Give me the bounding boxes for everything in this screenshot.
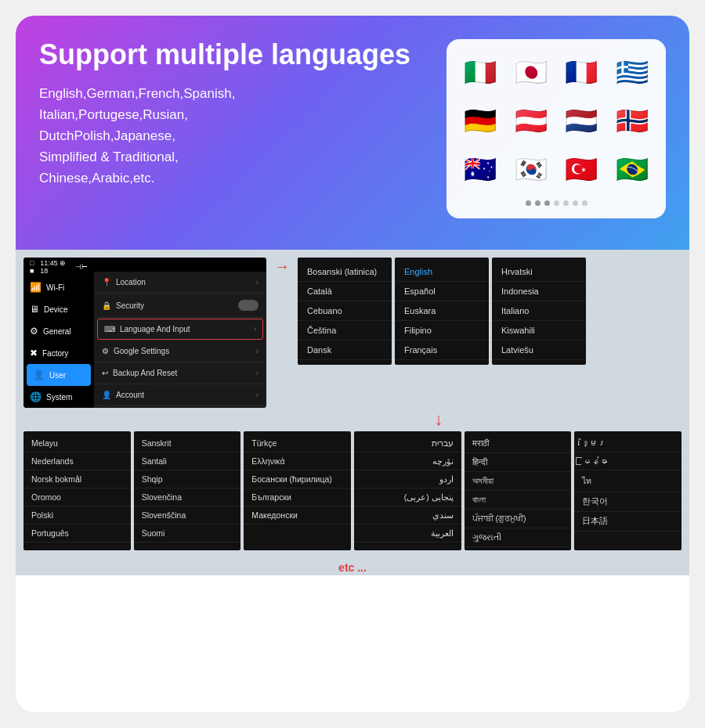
lang-item[interactable]: 日本語 (574, 512, 682, 532)
lang-item[interactable]: Shqip (134, 470, 241, 488)
sidebar-device[interactable]: 🖥 Device (24, 298, 94, 320)
sidebar-system[interactable]: 🌐 System (24, 386, 94, 408)
lang-item[interactable]: Italiano (492, 301, 586, 321)
lang-item[interactable]: Norsk bokmål (24, 470, 131, 488)
lang-item[interactable]: ਪੰਜਾਬੀ (ਗੁਰਮੁਖੀ) (465, 510, 572, 528)
settings-main-area: 📍 Location › 🔒 Security (94, 258, 266, 408)
location-arrow: › (256, 278, 258, 287)
lang-item[interactable]: Slovenčina (134, 488, 241, 506)
lang-item[interactable]: Slovenščina (134, 506, 241, 524)
lang-item[interactable]: Suomi (134, 524, 241, 542)
lang-item[interactable]: Indonesia (492, 282, 586, 301)
dot-1 (526, 200, 531, 206)
lang-item[interactable]: Türkçe (244, 434, 351, 452)
lang-item[interactable]: ไท (574, 470, 682, 492)
lang-item[interactable]: سندي (354, 506, 461, 524)
lang-item[interactable]: हिन्दी (465, 453, 572, 472)
dot-6 (573, 200, 578, 206)
lang-col-bottom-3: Türkçe Ελληνικά Босански (ћирилица) Бълг… (244, 431, 351, 550)
lang-item[interactable]: ગુજરાતી (465, 528, 572, 547)
flags-card: 🇮🇹 🇯🇵 🇫🇷 🇬🇷 🇩🇪 🇦🇹 🇳🇱 🇳🇴 🇦🇺 🇰🇷 🇹🇷 🇧🇷 (446, 39, 666, 218)
lang-item[interactable]: Čeština (298, 321, 392, 341)
dot-3 (544, 200, 550, 206)
lang-item[interactable]: Hrvatski (492, 262, 586, 282)
languages-description: English,German,French,Spanish, Italian,P… (39, 83, 431, 189)
lang-item[interactable]: Euskara (395, 301, 489, 321)
flag-brazil: 🇧🇷 (612, 149, 653, 189)
settings-account-row[interactable]: 👤 Account › (94, 384, 266, 406)
lang-item[interactable]: မြန်မာ (574, 452, 682, 470)
lang-item[interactable]: نۆرچه‌ (354, 452, 461, 470)
lang-item[interactable]: Kiswahili (492, 321, 586, 341)
lang-col-1: Bosanski (latinica) Català Cebuano Češti… (298, 258, 392, 365)
lang-item[interactable]: ខ្មែរ (574, 434, 682, 452)
lang-item[interactable]: অসমীয়া (465, 472, 572, 491)
lang-item[interactable]: Nederlands (24, 452, 131, 470)
lang-item[interactable]: Català (298, 282, 392, 301)
lang-item[interactable]: Bosanski (latinica) (298, 262, 392, 282)
sidebar-wifi[interactable]: 📶 Wi-Fi (24, 276, 94, 298)
settings-location-row[interactable]: 📍 Location › (94, 272, 266, 294)
lang-item[interactable]: Filipino (395, 321, 489, 341)
sidebar-factory[interactable]: ✖ Factory (24, 342, 94, 364)
device-icon: 🖥 (30, 304, 39, 315)
flag-france: 🇫🇷 (561, 52, 602, 92)
lang-item[interactable]: עברית (354, 434, 461, 452)
language-label: Language And Input (120, 325, 190, 333)
lang-item[interactable]: Latviešu (492, 341, 586, 360)
lang-item[interactable]: Polski (24, 506, 131, 524)
dot-4 (554, 200, 559, 206)
dot-5 (563, 200, 569, 206)
security-icon: 🔒 (102, 301, 111, 310)
lang-item[interactable]: Oromoo (24, 488, 131, 506)
google-label: Google Settings (114, 347, 169, 355)
lang-item[interactable]: Santali (134, 452, 241, 470)
flag-italy: 🇮🇹 (460, 52, 501, 92)
statusbar: □ ■ 11:45 ⊕ 18 ⊣⊢ (24, 258, 94, 276)
sidebar-user[interactable]: 👤 User (27, 364, 91, 386)
lang-item[interactable]: Босански (ћирилица) (244, 470, 351, 488)
lang-item[interactable]: Español (395, 282, 489, 301)
lang-item[interactable]: اردو (354, 470, 461, 488)
lang-item[interactable]: Cebuano (298, 301, 392, 321)
lang-item[interactable]: Sanskrit (134, 434, 241, 452)
lang-item[interactable]: Dansk (298, 341, 392, 360)
location-icon: 📍 (102, 278, 111, 287)
lang-item[interactable]: Português (24, 524, 131, 542)
lang-col-bottom-5: मराठी हिन्दी অসমীয়া বাংলা ਪੰਜਾਬੀ (ਗੁਰਮੁ… (465, 431, 572, 550)
flag-turkey: 🇹🇷 (561, 149, 602, 189)
security-toggle[interactable] (238, 300, 258, 311)
lang-item[interactable]: मराठी (465, 434, 572, 453)
settings-backup-row[interactable]: ↩ Backup And Reset › (94, 362, 266, 384)
lang-item[interactable]: 한국어 (574, 492, 682, 512)
flag-germany: 🇩🇪 (460, 100, 501, 141)
lang-item[interactable]: Македонски (244, 506, 351, 524)
flag-japan: 🇯🇵 (511, 52, 551, 92)
lang-columns-top: Bosanski (latinica) Català Cebuano Češti… (298, 258, 586, 365)
lang-english[interactable]: English (395, 262, 489, 282)
lang-item[interactable]: العربية (354, 524, 461, 542)
lang-item[interactable]: پنجابی (عربی) (354, 488, 461, 506)
lang-col-bottom-2: Sanskrit Santali Shqip Slovenčina Sloven… (134, 431, 241, 550)
lang-col-bottom-4: עברית نۆرچه‌ اردو پنجابی (عربی) سندي الع… (354, 431, 461, 550)
top-text-area: Support multiple languages English,Germa… (39, 39, 431, 189)
flag-norway: 🇳🇴 (612, 100, 653, 141)
lang-item[interactable]: Français (395, 341, 489, 360)
google-arrow: › (256, 347, 258, 355)
middle-row: □ ■ 11:45 ⊕ 18 ⊣⊢ 📶 Wi-Fi 🖥 Device ⚙ (24, 258, 682, 408)
lang-columns-bottom: Melayu Nederlands Norsk bokmål Oromoo Po… (24, 431, 682, 557)
down-arrow-indicator: ↓ (24, 408, 682, 431)
lang-item[interactable]: Български (244, 488, 351, 506)
lang-col-bottom-1: Melayu Nederlands Norsk bokmål Oromoo Po… (24, 431, 131, 550)
settings-google-row[interactable]: ⚙ Google Settings › (94, 341, 266, 362)
lang-item[interactable]: বাংলা (465, 491, 572, 510)
lang-item[interactable]: Melayu (24, 434, 131, 452)
settings-security-row[interactable]: 🔒 Security (94, 294, 266, 318)
sidebar-general[interactable]: ⚙ General (24, 320, 94, 342)
android-settings: □ ■ 11:45 ⊕ 18 ⊣⊢ 📶 Wi-Fi 🖥 Device ⚙ (24, 258, 266, 408)
settings-language-row[interactable]: ⌨ Language And Input › (97, 319, 263, 340)
flag-netherlands: 🇳🇱 (561, 100, 602, 141)
dots-pagination (526, 200, 588, 206)
top-section: Support multiple languages English,Germa… (16, 16, 689, 250)
lang-item[interactable]: Ελληνικά (244, 452, 351, 470)
